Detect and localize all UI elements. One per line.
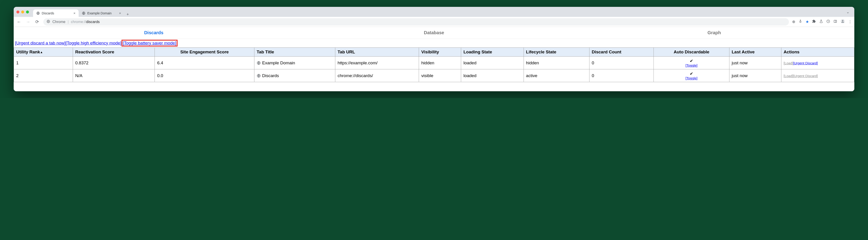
tab-discards[interactable]: Discards [14, 27, 294, 38]
table-row: 2N/A0.0Discardschrome://discards/visible… [14, 69, 854, 82]
col-tab-url[interactable]: Tab URL [335, 48, 419, 57]
titlebar: Discards × Example Domain × + ⌄ [14, 7, 854, 17]
cell-discard-count: 0 [589, 57, 653, 69]
svg-point-2 [47, 20, 50, 23]
col-reactivation[interactable]: Reactivation Score [73, 48, 155, 57]
cell-url: https://example.com/ [335, 57, 419, 69]
sort-asc-icon: ▲ [40, 51, 43, 54]
sub-tabs: Discards Database Graph [14, 27, 854, 39]
menu-icon[interactable]: ⋮ [848, 20, 852, 24]
address-bar[interactable]: Chrome | chrome://discards [43, 18, 789, 26]
labs-icon[interactable] [819, 20, 823, 24]
window-controls [17, 10, 29, 13]
extensions-icon[interactable] [812, 20, 816, 24]
col-visibility[interactable]: Visibility [419, 48, 461, 57]
browser-tab-example[interactable]: Example Domain × [79, 9, 124, 17]
urgent-discard-link[interactable]: [Urgent Discard] [793, 74, 817, 78]
cell-last-active: just now [730, 69, 781, 82]
action-links-row: [Urgent discard a tab now][Toggle high e… [14, 39, 854, 48]
reload-button[interactable]: ⟳ [34, 19, 40, 24]
toolbar: ← → ⟳ Chrome | chrome://discards ⊕ ★ [14, 17, 854, 27]
col-loading[interactable]: Loading State [461, 48, 524, 57]
cell-visibility: visible [419, 69, 461, 82]
svg-point-8 [842, 20, 844, 22]
toggle-link[interactable]: [Toggle] [656, 76, 727, 80]
check-icon: ✔ [656, 58, 727, 63]
browser-window: Discards × Example Domain × + ⌄ ← → ⟳ Ch… [14, 7, 854, 91]
col-utility-rank[interactable]: Utility Rank▲ [14, 48, 73, 57]
cell-title: Discards [254, 69, 335, 82]
globe-icon [257, 61, 261, 65]
col-lifecycle[interactable]: Lifecycle State [524, 48, 589, 57]
cell-rank: 2 [14, 69, 73, 82]
check-icon: ✔ [656, 71, 727, 76]
col-auto-discardable[interactable]: Auto Discardable [654, 48, 730, 57]
cell-actions: [Load][Urgent Discard] [781, 57, 854, 69]
tab-database[interactable]: Database [294, 27, 574, 38]
tab-title: Discards [42, 11, 54, 15]
discards-table: Utility Rank▲ Reactivation Score Site En… [14, 48, 854, 82]
page-content: Discards Database Graph [Urgent discard … [14, 27, 854, 91]
cell-loading: loaded [461, 57, 524, 69]
table-row: 10.83726.4Example Domainhttps://example.… [14, 57, 854, 69]
cell-lifecycle: hidden [524, 57, 589, 69]
toggle-high-efficiency-link[interactable]: [Toggle high efficiency mode] [66, 40, 122, 46]
cell-engagement: 0.0 [155, 69, 254, 82]
side-panel-icon[interactable] [833, 20, 837, 24]
svg-rect-5 [834, 20, 837, 22]
share-icon[interactable] [799, 20, 802, 24]
window-close-button[interactable] [17, 10, 20, 13]
bookmark-star-icon[interactable]: ★ [806, 20, 809, 24]
cell-actions: [Load][Urgent Discard] [781, 69, 854, 82]
cell-rank: 1 [14, 57, 73, 69]
chevron-down-icon[interactable]: ⌄ [844, 10, 851, 14]
col-tab-title[interactable]: Tab Title [254, 48, 335, 57]
col-actions[interactable]: Actions [781, 48, 854, 57]
cell-engagement: 6.4 [155, 57, 254, 69]
globe-icon [36, 11, 40, 15]
back-button[interactable]: ← [16, 20, 22, 24]
svg-point-3 [48, 21, 49, 22]
cell-title: Example Domain [254, 57, 335, 69]
url-text: chrome://discards [71, 20, 100, 24]
close-icon[interactable]: × [73, 11, 75, 15]
divider: | [68, 20, 69, 24]
col-site-engagement[interactable]: Site Engagement Score [155, 48, 254, 57]
tab-graph[interactable]: Graph [574, 27, 854, 38]
forward-button[interactable]: → [25, 20, 31, 24]
tab-strip: Discards × Example Domain × + [33, 7, 842, 17]
cell-discard-count: 0 [589, 69, 653, 82]
cell-auto-discardable: ✔[Toggle] [654, 69, 730, 82]
toggle-link[interactable]: [Toggle] [656, 63, 727, 67]
urgent-discard-link[interactable]: [Urgent Discard] [793, 61, 817, 65]
load-link[interactable]: [Load] [784, 74, 793, 78]
urgent-discard-link[interactable]: [Urgent discard a tab now] [15, 40, 66, 46]
profile-avatar[interactable] [840, 19, 845, 25]
cell-lifecycle: active [524, 69, 589, 82]
cell-visibility: hidden [419, 57, 461, 69]
globe-icon [257, 74, 261, 78]
toolbar-actions: ⊕ ★ ⋮ [792, 19, 852, 25]
tab-title: Example Domain [87, 11, 112, 15]
cell-reactivation: N/A [73, 69, 155, 82]
window-minimize-button[interactable] [21, 10, 24, 13]
close-icon[interactable]: × [119, 11, 121, 15]
cell-url: chrome://discards/ [335, 69, 419, 82]
chrome-icon [46, 20, 50, 24]
globe-icon [82, 11, 86, 15]
col-last-active[interactable]: Last Active [730, 48, 781, 57]
notifications-icon[interactable] [826, 20, 830, 24]
cell-reactivation: 0.8372 [73, 57, 155, 69]
zoom-icon[interactable]: ⊕ [792, 20, 795, 24]
window-maximize-button[interactable] [26, 10, 29, 13]
col-discard-count[interactable]: Discard Count [589, 48, 653, 57]
load-link[interactable]: [Load] [784, 61, 793, 65]
new-tab-button[interactable]: + [124, 12, 131, 17]
toggle-battery-saver-link[interactable]: [Toggle battery saver mode] [123, 40, 176, 46]
cell-auto-discardable: ✔[Toggle] [654, 57, 730, 69]
cell-loading: loaded [461, 69, 524, 82]
cell-last-active: just now [730, 57, 781, 69]
browser-tab-discards[interactable]: Discards × [33, 9, 79, 17]
site-label: Chrome [53, 20, 65, 24]
highlight-box: [Toggle battery saver mode] [122, 40, 178, 47]
